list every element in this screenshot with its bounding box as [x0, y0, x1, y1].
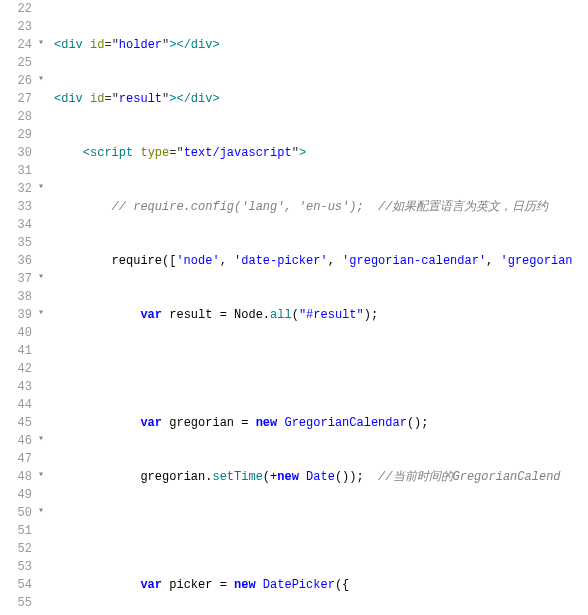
line-number: 24▾ — [4, 36, 32, 54]
fold-toggle-icon[interactable]: ▾ — [34, 308, 44, 318]
line-number: 47 — [4, 450, 32, 468]
fold-toggle-icon[interactable]: ▾ — [34, 470, 44, 480]
line-number: 43 — [4, 378, 32, 396]
line-number: 30 — [4, 144, 32, 162]
line-number: 50▾ — [4, 504, 32, 522]
line-number: 23 — [4, 18, 32, 36]
line-number: 33 — [4, 198, 32, 216]
code-line: <script type="text/javascript"> — [54, 144, 577, 162]
line-number: 31 — [4, 162, 32, 180]
line-number: 22 — [4, 0, 32, 18]
line-number: 44 — [4, 396, 32, 414]
line-number: 28 — [4, 108, 32, 126]
line-number: 35 — [4, 234, 32, 252]
code-line: require(['node', 'date-picker', 'gregori… — [54, 252, 577, 270]
code-line — [54, 360, 577, 378]
code-line: <div id="holder"></div> — [54, 36, 577, 54]
line-number: 46▾ — [4, 432, 32, 450]
line-number: 38 — [4, 288, 32, 306]
fold-toggle-icon[interactable]: ▾ — [34, 434, 44, 444]
code-content: <div id="holder"></div> <div id="result"… — [40, 0, 577, 615]
line-number: 37▾ — [4, 270, 32, 288]
line-number: 26▾ — [4, 72, 32, 90]
line-number: 49 — [4, 486, 32, 504]
line-number: 36 — [4, 252, 32, 270]
code-line: gregorian.setTime(+new Date()); //当前时间的G… — [54, 468, 577, 486]
line-number: 29 — [4, 126, 32, 144]
code-line: var gregorian = new GregorianCalendar(); — [54, 414, 577, 432]
line-number: 40 — [4, 324, 32, 342]
line-number: 48▾ — [4, 468, 32, 486]
line-number: 55 — [4, 594, 32, 612]
fold-toggle-icon[interactable]: ▾ — [34, 38, 44, 48]
line-number: 39▾ — [4, 306, 32, 324]
line-number: 52 — [4, 540, 32, 558]
line-number: 51 — [4, 522, 32, 540]
line-number: 25 — [4, 54, 32, 72]
line-number: 45 — [4, 414, 32, 432]
line-number: 53 — [4, 558, 32, 576]
code-line: var picker = new DatePicker({ — [54, 576, 577, 594]
line-number: 41 — [4, 342, 32, 360]
line-number-gutter: 222324▾2526▾272829303132▾3334353637▾3839… — [0, 0, 40, 615]
code-line: var result = Node.all("#result"); — [54, 306, 577, 324]
code-line — [54, 522, 577, 540]
line-number: 42 — [4, 360, 32, 378]
code-line: // require.config('lang', 'en-us'); //如果… — [54, 198, 577, 216]
fold-toggle-icon[interactable]: ▾ — [34, 74, 44, 84]
fold-toggle-icon[interactable]: ▾ — [34, 506, 44, 516]
line-number: 27 — [4, 90, 32, 108]
fold-toggle-icon[interactable]: ▾ — [34, 272, 44, 282]
code-line: <div id="result"></div> — [54, 90, 577, 108]
line-number: 32▾ — [4, 180, 32, 198]
line-number: 34 — [4, 216, 32, 234]
fold-toggle-icon[interactable]: ▾ — [34, 182, 44, 192]
line-number: 54 — [4, 576, 32, 594]
